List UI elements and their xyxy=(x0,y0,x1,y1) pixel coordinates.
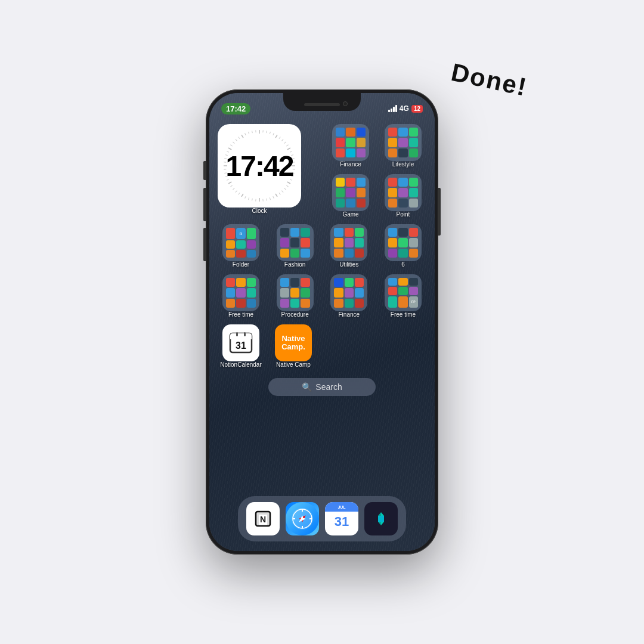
freetime1-icon xyxy=(222,274,259,311)
svg-line-34 xyxy=(245,196,246,199)
svg-line-32 xyxy=(252,199,253,201)
svg-line-25 xyxy=(275,194,277,197)
app-finance-folder[interactable]: Finance xyxy=(327,124,374,168)
svg-line-7 xyxy=(281,139,283,141)
battery-indicator: 12 xyxy=(411,105,423,113)
svg-line-38 xyxy=(233,188,234,190)
svg-line-58 xyxy=(252,131,253,133)
clock-display[interactable]: 17:42 xyxy=(218,124,301,208)
svg-rect-65 xyxy=(244,332,246,336)
point-folder-icon xyxy=(385,174,422,211)
svg-line-57 xyxy=(248,132,249,134)
svg-line-26 xyxy=(273,196,274,199)
freetime1-label: Free time xyxy=(228,311,253,318)
finance2-icon xyxy=(330,274,367,311)
svg-line-3 xyxy=(270,132,270,134)
app-notion-calendar[interactable]: 31 NotionCalendar xyxy=(218,324,264,369)
point-label: Point xyxy=(397,211,410,218)
svg-rect-79 xyxy=(378,516,384,522)
6-icon xyxy=(385,224,422,261)
app-folder[interactable]: R Folder xyxy=(218,224,264,268)
front-camera xyxy=(343,101,348,106)
clock-label: Clock xyxy=(252,208,267,215)
app-fashion[interactable]: Fashion xyxy=(272,224,318,268)
app-freetime1[interactable]: Free time xyxy=(218,274,264,318)
6-label: 6 xyxy=(401,261,405,268)
search-bar-container: 🔍 Search xyxy=(209,378,435,396)
svg-text:N: N xyxy=(260,515,266,524)
svg-text:31: 31 xyxy=(236,340,246,351)
svg-line-37 xyxy=(236,191,237,193)
svg-line-54 xyxy=(239,137,240,138)
power-button[interactable] xyxy=(438,188,441,236)
speaker xyxy=(304,103,340,106)
utilities-icon xyxy=(330,224,367,261)
dock-notion[interactable]: N xyxy=(246,502,280,535)
svg-line-8 xyxy=(284,142,286,144)
svg-line-39 xyxy=(230,185,232,187)
network-type: 4G xyxy=(400,104,409,113)
fashion-label: Fashion xyxy=(284,261,306,268)
freetime2-label: Free time xyxy=(391,311,416,318)
svg-line-56 xyxy=(245,133,246,135)
svg-line-2 xyxy=(267,131,267,133)
volume-down-button[interactable] xyxy=(203,228,206,261)
procedure-icon xyxy=(277,274,314,311)
svg-line-23 xyxy=(281,191,283,193)
dock-safari[interactable] xyxy=(286,502,319,535)
utilities-label: Utilities xyxy=(339,261,358,268)
notion-cal-label: NotionCalendar xyxy=(220,361,262,369)
app-grid: 17:42 Clock xyxy=(209,119,435,369)
app-freetime2[interactable]: FP Free time xyxy=(380,274,426,318)
svg-line-33 xyxy=(248,197,249,200)
clock-time: 17:42 xyxy=(226,150,293,182)
app-utilities[interactable]: Utilities xyxy=(326,224,372,268)
status-time: 17:42 xyxy=(221,103,250,114)
app-native-camp[interactable]: NativeCamp. Native Camp xyxy=(270,324,317,369)
search-icon: 🔍 xyxy=(302,382,312,392)
freetime2-icon: FP xyxy=(385,274,422,311)
svg-rect-64 xyxy=(236,332,238,336)
svg-line-53 xyxy=(236,139,237,141)
phone-frame: 17:42 4G 12 xyxy=(206,89,438,555)
finance-folder-icon xyxy=(332,124,369,161)
search-label: Search xyxy=(315,382,342,392)
finance-label: Finance xyxy=(340,161,361,168)
clock-widget[interactable]: 17:42 Clock xyxy=(218,124,301,218)
app-lifestyle-folder[interactable]: Lifestyle xyxy=(380,124,426,168)
phone-screen: 17:42 4G 12 xyxy=(209,93,435,551)
game-label: Game xyxy=(342,211,358,218)
app-point-folder[interactable]: Point xyxy=(380,174,426,218)
folder-icon: R xyxy=(222,224,259,261)
dock-gcal[interactable]: JUL 31 xyxy=(325,502,358,535)
procedure-label: Procedure xyxy=(281,311,309,318)
svg-rect-62 xyxy=(230,337,252,339)
svg-line-35 xyxy=(242,194,243,197)
volume-up-button[interactable] xyxy=(203,188,206,221)
app-procedure[interactable]: Procedure xyxy=(272,274,318,318)
dock-perplexity[interactable] xyxy=(364,502,398,535)
search-pill[interactable]: 🔍 Search xyxy=(268,378,376,396)
svg-line-5 xyxy=(275,135,277,138)
native-camp-icon: NativeCamp. xyxy=(275,324,312,361)
app-finance2[interactable]: Finance xyxy=(326,274,372,318)
app-row-1: 17:42 Clock xyxy=(218,124,426,218)
finance2-label: Finance xyxy=(339,311,360,318)
app-game-folder[interactable]: Game xyxy=(327,174,374,218)
svg-line-55 xyxy=(242,135,243,138)
fashion-icon xyxy=(277,224,314,261)
app-row-3: R Folder xyxy=(218,224,426,268)
lifestyle-label: Lifestyle xyxy=(392,161,414,168)
dock: N xyxy=(238,496,406,541)
svg-line-24 xyxy=(279,193,280,194)
game-folder-icon xyxy=(332,174,369,211)
app-row-5: 31 NotionCalendar NativeCamp. Native Cam… xyxy=(218,324,426,369)
svg-line-9 xyxy=(286,145,288,146)
svg-line-6 xyxy=(279,137,280,138)
app-row-4: Free time Procedure xyxy=(218,274,426,318)
folder-label: Folder xyxy=(233,261,249,268)
svg-line-51 xyxy=(230,145,232,146)
app-6[interactable]: 6 xyxy=(380,224,426,268)
notion-cal-icon: 31 xyxy=(222,324,259,361)
svg-line-52 xyxy=(233,142,234,144)
